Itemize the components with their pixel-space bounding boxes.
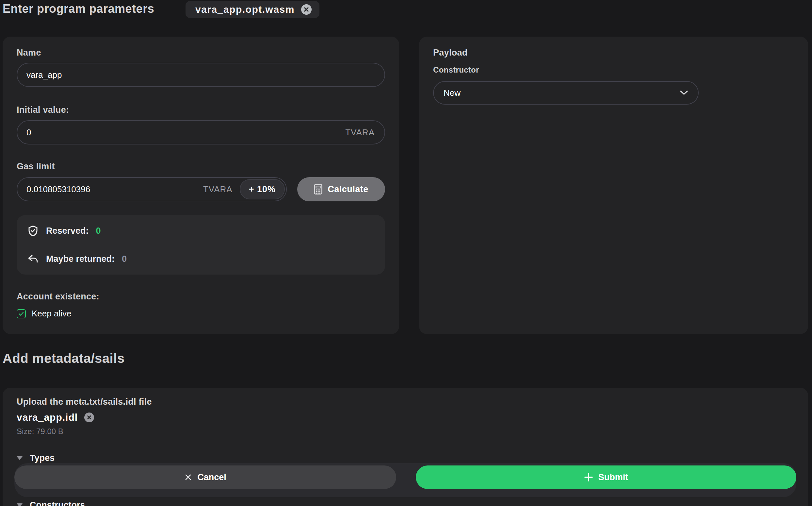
shield-check-icon (27, 225, 39, 237)
calculate-button[interactable]: Calculate (297, 177, 385, 201)
program-parameters-card: Name Initial value: TVARA Gas limit TVAR… (3, 36, 399, 334)
triangle-down-icon (17, 503, 22, 506)
gas-limit-unit: TVARA (203, 184, 240, 194)
maybe-returned-label: Maybe returned: (46, 254, 115, 264)
reserved-label: Reserved: (46, 226, 89, 236)
constructor-selected-value: New (443, 88, 461, 98)
reserved-row: Reserved: 0 (27, 225, 375, 237)
calculator-icon (314, 184, 322, 195)
name-input[interactable] (17, 70, 385, 80)
gas-limit-input[interactable] (17, 184, 203, 194)
reserved-value: 0 (96, 226, 101, 236)
initial-value-label: Initial value: (17, 105, 69, 115)
types-section-toggle[interactable]: Types (17, 453, 55, 463)
remove-wasm-file-button[interactable] (301, 4, 312, 15)
types-section-label: Types (30, 453, 55, 463)
checkmark-icon (18, 311, 24, 317)
gas-limit-field-wrap: TVARA + 10% (17, 177, 287, 201)
cancel-button[interactable]: Cancel (14, 466, 396, 489)
close-icon (87, 415, 92, 420)
idl-file-row: vara_app.idl (17, 412, 94, 423)
constructors-section-toggle[interactable]: Constructors (17, 500, 85, 506)
idl-file-name: vara_app.idl (17, 412, 78, 423)
constructor-select[interactable]: New (433, 81, 699, 105)
name-label: Name (17, 48, 41, 58)
keep-alive-label: Keep alive (32, 309, 71, 319)
upload-program-page: Enter program parameters vara_app.opt.wa… (0, 0, 812, 506)
gas-boost-button[interactable]: + 10% (240, 179, 285, 199)
cancel-label: Cancel (197, 472, 226, 483)
page-title: Enter program parameters (3, 2, 154, 16)
remove-idl-file-button[interactable] (84, 413, 94, 422)
initial-value-input[interactable] (17, 128, 345, 138)
idl-file-size: Size: 79.00 B (17, 427, 63, 436)
keep-alive-row: Keep alive (17, 309, 71, 319)
submit-label: Submit (598, 472, 628, 483)
submit-button[interactable]: Submit (416, 466, 796, 489)
keep-alive-checkbox[interactable] (17, 309, 26, 318)
plus-icon (584, 473, 593, 482)
payload-card: Payload Constructor New (419, 36, 808, 334)
initial-value-field-wrap: TVARA (17, 120, 385, 145)
maybe-returned-row: Maybe returned: 0 (27, 253, 375, 265)
wasm-file-name: vara_app.opt.wasm (195, 4, 295, 15)
upload-file-label: Upload the meta.txt/sails.idl file (17, 397, 152, 407)
reply-arrow-icon (27, 253, 39, 265)
wasm-file-chip: vara_app.opt.wasm (186, 1, 319, 18)
initial-value-unit: TVARA (345, 128, 385, 138)
triangle-down-icon (17, 456, 22, 460)
constructors-section-label: Constructors (30, 500, 85, 506)
chevron-down-icon (680, 90, 688, 95)
metadata-section-title: Add metadata/sails (3, 351, 125, 366)
calculate-label: Calculate (328, 184, 369, 194)
constructor-label: Constructor (433, 65, 479, 75)
name-field-wrap (17, 63, 385, 87)
gas-limit-label: Gas limit (17, 162, 55, 172)
gas-info-box: Reserved: 0 Maybe returned: 0 (17, 215, 385, 274)
close-icon (184, 473, 192, 481)
account-existence-label: Account existence: (17, 291, 99, 302)
payload-title: Payload (433, 48, 468, 58)
maybe-returned-value: 0 (122, 254, 127, 264)
close-icon (303, 7, 309, 12)
